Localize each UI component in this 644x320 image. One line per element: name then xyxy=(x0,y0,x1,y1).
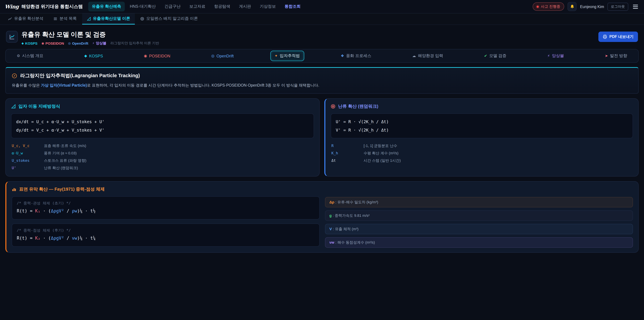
governing-card-title-row: 입자 이동 지배방정식 xyxy=(11,104,314,110)
legend-row: U_stokes 스토크스 표류 (파랑 영향) xyxy=(11,157,314,164)
governing-card-title: 입자 이동 지배방정식 xyxy=(18,104,60,110)
rocket-icon: ➤ xyxy=(605,54,608,58)
sectionnav-item-system-overview[interactable]: ⚙ 시스템 개요 xyxy=(12,51,48,61)
fay-legend-density: Δρ : 유류-해수 밀도차 (kg/m³) xyxy=(325,197,633,208)
page-content: 유출유 확산 모델 이론 및 검증 ◆ KOSPS ◉ POSEIDON ◎ O… xyxy=(0,25,644,266)
pdf-export-button[interactable]: PDF 내보내기 xyxy=(598,32,638,42)
incident-status-badge: 사고 진행중 xyxy=(533,2,564,11)
top-navigation-bar: Wing 해양환경 위기대응 통합시스템 유출유 확산예측 HNS·대기확산 긴… xyxy=(0,0,644,14)
compass-icon: ✦ xyxy=(274,54,278,58)
fay-legend-gravity: g : 중력가속도 9.81 m/s² xyxy=(325,211,633,221)
section-nav: ⚙ 시스템 개요 ◆ KOSPS ◉ POSEIDON ◎ OpenDrift … xyxy=(5,49,639,63)
tab-spill-analysis[interactable]: 유출유 확산분석 xyxy=(3,14,48,25)
fay-gravity-viscous-block: /* 중력-점성 체제 (후기) */ R(t) = K₂ · (ΔρgV² /… xyxy=(12,223,320,246)
fay-spreading-card: 표면 유막 확산 — Fay(1971) 중력-점성 체제 /* 중력-관성 체… xyxy=(5,181,639,253)
lightning-icon: ⚡ xyxy=(92,42,94,45)
legend-row: R [-1, 1] 균등분포 난수 xyxy=(331,142,633,150)
nav-item-weather[interactable]: 기상정보 xyxy=(256,2,280,12)
badge-kosps: ◆ KOSPS xyxy=(22,41,38,45)
weathering-icon: ❖ xyxy=(341,54,344,58)
sectionnav-item-opendrift[interactable]: ◎ OpenDrift xyxy=(207,51,238,61)
sectionnav-item-kosps[interactable]: ◆ KOSPS xyxy=(80,51,107,61)
compass-icon xyxy=(12,73,17,78)
nav-item-emergency-rescue[interactable]: 긴급구난 xyxy=(161,2,184,12)
nav-item-board[interactable]: 게시판 xyxy=(235,2,255,12)
opendrift-ring-icon: ◎ xyxy=(68,42,71,45)
status-dot-icon xyxy=(537,6,539,8)
page-header-left: 유출유 확산 모델 이론 및 검증 ◆ KOSPS ◉ POSEIDON ◎ O… xyxy=(6,30,159,46)
page-subtitle: 라그랑지안 입자추적 이론 기반 xyxy=(110,41,159,46)
page-chart-icon xyxy=(6,31,18,43)
nav-item-hns-atmospheric[interactable]: HNS·대기확산 xyxy=(126,2,160,12)
model-badges: ◆ KOSPS ◉ POSEIDON ◎ OpenDrift ⚡ 앙상블 xyxy=(22,41,159,46)
lagrangian-intro-section: 라그랑지안 입자추적법(Lagrangian Particle Tracking… xyxy=(5,67,639,94)
fay-legend-column: Δρ : 유류-해수 밀도차 (kg/m³) g : 중력가속도 9.81 m/… xyxy=(325,196,633,248)
turbulent-diffusion-card: 난류 확산 (랜덤워크) U' = R · √(2K_h / Δt) V' = … xyxy=(324,99,639,177)
turbulence-legend: R [-1, 1] 균등분포 난수 K_h 수평 확산 계수 (m²/s) Δt… xyxy=(331,142,633,164)
fay-formula-2: R(t) = K₂ · (ΔρgV² / νw)⅙ · t¼ xyxy=(17,234,314,243)
legend-row: α·U_w 풍류 기여 (α ≈ 0.03) xyxy=(11,150,314,157)
nav-item-reports[interactable]: 보고자료 xyxy=(186,2,209,12)
page-title-block: 유출유 확산 모델 이론 및 검증 ◆ KOSPS ◉ POSEIDON ◎ O… xyxy=(22,30,159,46)
fay-gravity-inertial-block: /* 중력-관성 체제 (초기) */ R(t) = K₁ · (ΔρgV² /… xyxy=(12,196,320,219)
poseidon-circle-icon: ◉ xyxy=(42,42,44,45)
status-label: 사고 진행중 xyxy=(541,4,560,9)
notifications-button[interactable] xyxy=(568,2,577,11)
governing-legend: U_c, V_c 표층 해류·조류 속도 (m/s) α·U_w 풍류 기여 (… xyxy=(11,142,314,172)
page-header: 유출유 확산 모델 이론 및 검증 ◆ KOSPS ◉ POSEIDON ◎ O… xyxy=(6,30,638,46)
fay-legend-volume: V : 유출 체적 (m³) xyxy=(325,224,633,234)
tab-analysis-list[interactable]: 분석 목록 xyxy=(49,14,82,25)
badge-opendrift: ◎ OpenDrift xyxy=(68,41,88,45)
wing-logo: Wing xyxy=(5,4,18,10)
bar-chart-icon xyxy=(12,187,16,192)
line-chart-icon xyxy=(8,17,12,21)
fay-formula-column: /* 중력-관성 체제 (초기) */ R(t) = K₁ · (ΔρgV² /… xyxy=(12,196,320,247)
main-nav: 유출유 확산예측 HNS·대기확산 긴급구난 보고자료 항공탐색 게시판 기상정… xyxy=(88,2,304,12)
legend-row: U_c, V_c 표층 해류·조류 속도 (m/s) xyxy=(11,142,314,150)
page-title: 유출유 확산 모델 이론 및 검증 xyxy=(22,30,159,39)
sectionnav-item-model-validation[interactable]: ✔ 모델 검증 xyxy=(480,51,511,61)
fay-formula-1: R(t) = K₁ · (ΔρgV² / ρw)⅙ · t½ xyxy=(17,207,314,215)
ruler-icon xyxy=(87,17,91,21)
kosps-diamond-icon: ◆ xyxy=(22,42,24,45)
fay-legend-viscosity: νw : 해수 동점성계수 (m²/s) xyxy=(325,237,633,248)
legend-row: U' 난류 확산 (랜덤워크) xyxy=(11,164,314,172)
tab-diffusion-model-theory[interactable]: 유출유확산모델 이론 xyxy=(82,14,135,25)
fay-card-title-row: 표면 유막 확산 — Fay(1971) 중력-점성 체제 xyxy=(12,186,633,192)
hamburger-icon xyxy=(633,5,638,5)
check-icon: ✔ xyxy=(484,54,487,58)
sectionnav-item-ocean-environment-input[interactable]: ☁ 해양환경 입력 xyxy=(408,51,448,61)
bell-icon xyxy=(570,4,574,9)
nav-item-spill-prediction[interactable]: 유출유 확산예측 xyxy=(88,2,125,12)
logout-button[interactable]: 로그아웃 xyxy=(608,3,628,11)
tab-oilfence-algorithm-theory[interactable]: 오일펜스 배치 알고리즘 이론 xyxy=(136,14,202,25)
governing-code-block: dx/dt = U_c + α·U_w + U_stokes + U' dy/d… xyxy=(11,114,314,138)
turbulence-code-block: U' = R · √(2K_h / Δt) V' = R · √(2K_h / … xyxy=(331,114,633,138)
legend-row: Δt 시간 스텝 (일반 1시간) xyxy=(331,157,633,164)
sectionnav-item-particle-tracking[interactable]: ✦ 입자추적법 xyxy=(270,51,304,61)
topbar-right: 사고 진행중 Eunjeong Kim 로그아웃 xyxy=(533,2,639,11)
target-icon xyxy=(331,104,336,109)
turbulence-card-title-row: 난류 확산 (랜덤워크) xyxy=(331,104,633,110)
gear-icon: ⚙ xyxy=(17,54,20,58)
badge-ensemble: ⚡ 앙상블 xyxy=(92,41,106,46)
turbulence-card-title: 난류 확산 (랜덤워크) xyxy=(338,104,378,110)
lagrangian-title-row: 라그랑지안 입자추적법(Lagrangian Particle Tracking… xyxy=(12,73,632,79)
sectionnav-item-poseidon[interactable]: ◉ POSEIDON xyxy=(140,51,175,61)
kosps-diamond-icon: ◆ xyxy=(84,54,87,58)
sectionnav-item-weathering-process[interactable]: ❖ 풍화 프로세스 xyxy=(336,51,376,61)
app-title: 해양환경 위기대응 통합시스템 xyxy=(21,4,83,10)
nav-item-integrated-search[interactable]: 통합조회 xyxy=(281,2,304,12)
sectionnav-item-future-direction[interactable]: ➤ 발전 방향 xyxy=(600,51,632,61)
lagrangian-description: 유출유를 수많은 가상 입자(Virtual Particle)로 표현하며, … xyxy=(12,82,632,88)
target-ring-icon xyxy=(140,17,144,21)
poseidon-circle-icon: ◉ xyxy=(144,54,147,58)
sectionnav-item-ensemble[interactable]: ⚡ 앙상블 xyxy=(543,51,568,61)
brand: Wing 해양환경 위기대응 통합시스템 xyxy=(5,4,83,10)
printer-icon xyxy=(603,35,607,39)
lagrangian-title: 라그랑지안 입자추적법(Lagrangian Particle Tracking… xyxy=(20,73,140,79)
hamburger-menu-button[interactable] xyxy=(632,3,639,10)
sub-tab-bar: 유출유 확산분석 분석 목록 유출유확산모델 이론 오일펜스 배치 알고리즘 이… xyxy=(0,14,644,25)
fay-content-grid: /* 중력-관성 체제 (초기) */ R(t) = K₁ · (ΔρgV² /… xyxy=(12,196,633,248)
nav-item-aerial-search[interactable]: 항공탐색 xyxy=(210,2,234,12)
